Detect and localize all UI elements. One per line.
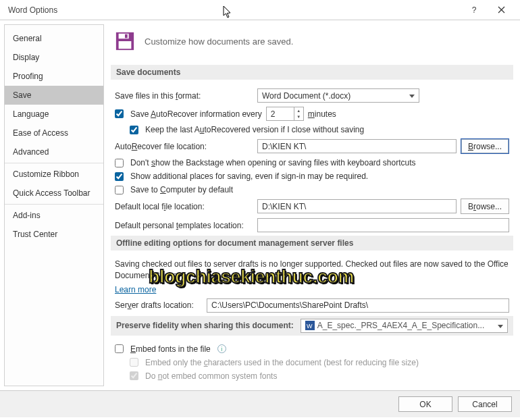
content-panel: Customize how documents are saved. Save … — [104, 20, 520, 390]
sidebar-divider — [5, 163, 103, 163]
sidebar-item-advanced[interactable]: Advanced — [5, 142, 103, 161]
close-icon — [498, 6, 505, 14]
ar-location-input[interactable]: D:\KIEN KT\ — [257, 139, 457, 153]
sidebar-item-proofing[interactable]: Proofing — [5, 67, 103, 86]
no-common-label: Do not embed common system fonts — [145, 371, 277, 381]
sidebar-item-quick-access-toolbar[interactable]: Quick Access Toolbar — [5, 184, 103, 203]
svg-rect-2 — [125, 34, 128, 38]
default-templates-label: Default personal templates location: — [115, 221, 253, 230]
server-drafts-input[interactable]: C:\Users\PC\Documents\SharePoint Drafts\ — [207, 298, 509, 313]
autorecover-unit: minutes — [308, 109, 336, 119]
preserve-title: Preserve fidelity when sharing this docu… — [116, 321, 294, 330]
svg-text:W: W — [307, 323, 313, 330]
cancel-button[interactable]: Cancel — [458, 396, 512, 412]
window-title: Word Options — [8, 5, 57, 15]
header-text: Customize how documents are saved. — [145, 36, 293, 47]
save-to-computer-label: Save to Computer by default — [130, 185, 233, 194]
sidebar-item-customize-ribbon[interactable]: Customize Ribbon — [5, 165, 103, 184]
section-preserve: Preserve fidelity when sharing this docu… — [111, 316, 513, 336]
embed-chars-label: Embed only the characters used in the do… — [145, 358, 419, 367]
svg-rect-3 — [119, 41, 132, 49]
default-local-label: Default local file location: — [115, 202, 253, 211]
no-common-checkbox — [130, 371, 138, 380]
show-additional-label: Show additional places for saving, even … — [130, 172, 368, 181]
ar-location-label: AutoRecover file location: — [115, 142, 253, 151]
ok-button[interactable]: OK — [398, 396, 452, 412]
options-sidebar: General Display Proofing Save Language E… — [4, 24, 104, 386]
offline-note: Saving checked out files to server draft… — [115, 259, 509, 280]
help-button[interactable]: ? — [461, 1, 488, 20]
sidebar-item-display[interactable]: Display — [5, 48, 103, 67]
preserve-doc-select[interactable]: W A_E_spec._PRS_4AEX4_A_E_Specification.… — [301, 319, 508, 333]
spinner-up-icon[interactable]: ▲ — [294, 107, 303, 114]
embed-fonts-label: Embed fonts in the file — [130, 344, 211, 354]
save-format-label: Save files in this format: — [115, 91, 253, 101]
save-floppy-icon — [115, 31, 135, 51]
default-local-browse-button[interactable]: Browse... — [461, 199, 509, 214]
sidebar-item-addins[interactable]: Add-ins — [5, 206, 103, 225]
autorecover-minutes-input[interactable]: 2 ▲ ▼ — [266, 107, 304, 121]
section-offline: Offline editing options for document man… — [111, 236, 513, 251]
sidebar-item-ease-of-access[interactable]: Ease of Access — [5, 124, 103, 142]
embed-fonts-checkbox[interactable] — [115, 344, 124, 353]
sidebar-item-language[interactable]: Language — [5, 105, 103, 124]
sidebar-divider — [5, 204, 103, 205]
close-button[interactable] — [488, 1, 515, 20]
spinner-down-icon[interactable]: ▼ — [294, 114, 303, 121]
ar-browse-button[interactable]: Browse... — [461, 138, 509, 154]
default-templates-input[interactable] — [257, 218, 509, 232]
keep-last-checkbox[interactable] — [130, 126, 138, 134]
section-save-documents: Save documents — [111, 65, 513, 80]
preserve-doc-name: A_E_spec._PRS_4AEX4_A_E_Specification... — [317, 321, 485, 330]
keep-last-label: Keep the last AutoRecovered version if I… — [145, 125, 364, 134]
server-drafts-label: Server drafts location: — [115, 300, 203, 310]
autorecover-value: 2 — [271, 109, 276, 119]
sidebar-item-general[interactable]: General — [5, 29, 103, 48]
learn-more-link[interactable]: Learn more — [115, 285, 156, 294]
help-icon: ? — [472, 5, 477, 15]
save-format-select[interactable]: Word Document (*.docx) — [257, 88, 419, 103]
titlebar: Word Options ? — [0, 0, 520, 20]
dont-show-backstage-checkbox[interactable] — [115, 159, 124, 167]
autorecover-label: Save AutoRecover information every — [130, 109, 262, 119]
dont-show-backstage-label: Don't show the Backstage when opening or… — [130, 158, 416, 167]
info-icon[interactable]: i — [217, 344, 226, 353]
embed-chars-checkbox — [130, 358, 138, 367]
sidebar-item-trust-center[interactable]: Trust Center — [5, 225, 103, 244]
default-local-input[interactable]: D:\KIEN KT\ — [257, 199, 457, 213]
sidebar-item-save[interactable]: Save — [5, 86, 103, 105]
word-doc-icon: W — [305, 321, 315, 330]
dialog-footer: OK Cancel — [0, 390, 520, 417]
autorecover-checkbox[interactable] — [115, 109, 124, 118]
show-additional-checkbox[interactable] — [115, 172, 124, 181]
save-to-computer-checkbox[interactable] — [115, 186, 124, 194]
